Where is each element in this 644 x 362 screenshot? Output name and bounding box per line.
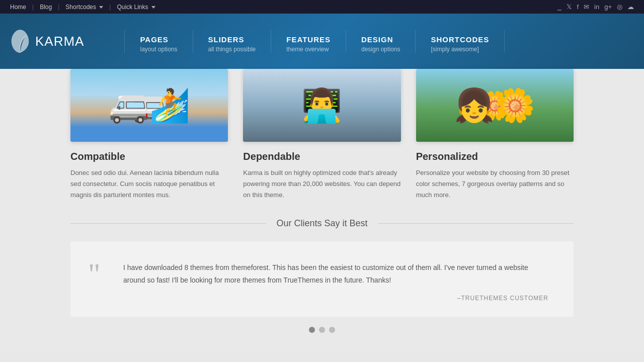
- quick-links-link[interactable]: Quick Links: [117, 4, 155, 11]
- personalized-title: Personalized: [416, 151, 574, 162]
- dependable-image: 👨‍💻: [243, 69, 400, 142]
- email-icon[interactable]: ✉: [584, 3, 589, 11]
- twitter-icon[interactable]: 𝕏: [567, 3, 572, 11]
- design-nav[interactable]: DESIGN design options: [346, 30, 415, 53]
- compatible-image-wrap: 🚐🏄: [70, 69, 228, 142]
- nav-items: PAGES layout options SLIDERS all things …: [124, 30, 634, 53]
- personalized-image-wrap: 👧🌼: [416, 69, 574, 142]
- logo[interactable]: KARMA: [10, 29, 84, 54]
- google-plus-icon[interactable]: g+: [604, 3, 612, 11]
- shortcodes-link[interactable]: Shortcodes: [65, 4, 103, 11]
- dependable-title: Dependable: [243, 151, 400, 162]
- skype-icon[interactable]: ☁: [627, 3, 634, 11]
- cards-section: 🚐🏄 Compatible Donec sed odio dui. Aenean…: [70, 69, 574, 201]
- testimonials-title: Our Clients Say it Best: [276, 218, 367, 229]
- shortcodes-nav[interactable]: SHORTCODES [simply awesome]: [415, 30, 505, 53]
- testimonial-text: I have downloaded 8 themes from themefor…: [96, 261, 548, 287]
- blog-link[interactable]: Blog: [40, 4, 52, 11]
- topbar-links: Home | Blog | Shortcodes | Quick Links: [10, 4, 155, 11]
- personalized-text: Personalize your website by choosing fro…: [416, 167, 574, 201]
- personalized-card: 👧🌼 Personalized Personalize your website…: [416, 69, 574, 201]
- navbar: KARMA PAGES layout options SLIDERS all t…: [0, 14, 644, 69]
- dot-3[interactable]: [329, 327, 335, 333]
- testimonial-box: " I have downloaded 8 themes from themef…: [70, 241, 574, 316]
- quote-mark-icon: ": [88, 259, 101, 289]
- dependable-text: Karma is built on highly optimized code …: [243, 167, 400, 201]
- facebook-icon[interactable]: f: [577, 3, 579, 11]
- dependable-card: 👨‍💻 Dependable Karma is built on highly …: [243, 69, 400, 201]
- compatible-card: 🚐🏄 Compatible Donec sed odio dui. Aenean…: [70, 69, 228, 201]
- linkedin-icon[interactable]: in: [594, 3, 599, 11]
- main-content: 🚐🏄 Compatible Donec sed odio dui. Aenean…: [0, 69, 644, 353]
- section-divider: Our Clients Say it Best: [70, 218, 574, 229]
- topbar: Home | Blog | Shortcodes | Quick Links ⎯…: [0, 0, 644, 14]
- dot-1[interactable]: [309, 327, 315, 333]
- quick-links-arrow-icon: [151, 6, 155, 9]
- rss-icon[interactable]: ⎯: [557, 3, 561, 11]
- home-link[interactable]: Home: [10, 4, 26, 11]
- features-nav[interactable]: FEATURES theme overview: [271, 30, 346, 53]
- compatible-text: Donec sed odio dui. Aenean lacinia biben…: [70, 167, 228, 201]
- logo-icon: [10, 29, 30, 54]
- logo-text: KARMA: [35, 34, 84, 49]
- sliders-nav[interactable]: SLIDERS all things possible: [193, 30, 271, 53]
- pages-nav[interactable]: PAGES layout options: [124, 30, 192, 53]
- testimonial-dots: [70, 327, 574, 333]
- dependable-image-wrap: 👨‍💻: [243, 69, 400, 142]
- compatible-title: Compatible: [70, 151, 228, 162]
- shortcodes-arrow-icon: [99, 6, 103, 9]
- compatible-image: 🚐🏄: [70, 69, 228, 142]
- testimonial-author: –TRUETHEMES CUSTOMER: [96, 295, 548, 302]
- social-icons: ⎯ 𝕏 f ✉ in g+ ◎ ☁: [557, 3, 634, 11]
- dribbble-icon[interactable]: ◎: [617, 3, 622, 11]
- dot-2[interactable]: [319, 327, 325, 333]
- personalized-image: 👧🌼: [416, 69, 574, 142]
